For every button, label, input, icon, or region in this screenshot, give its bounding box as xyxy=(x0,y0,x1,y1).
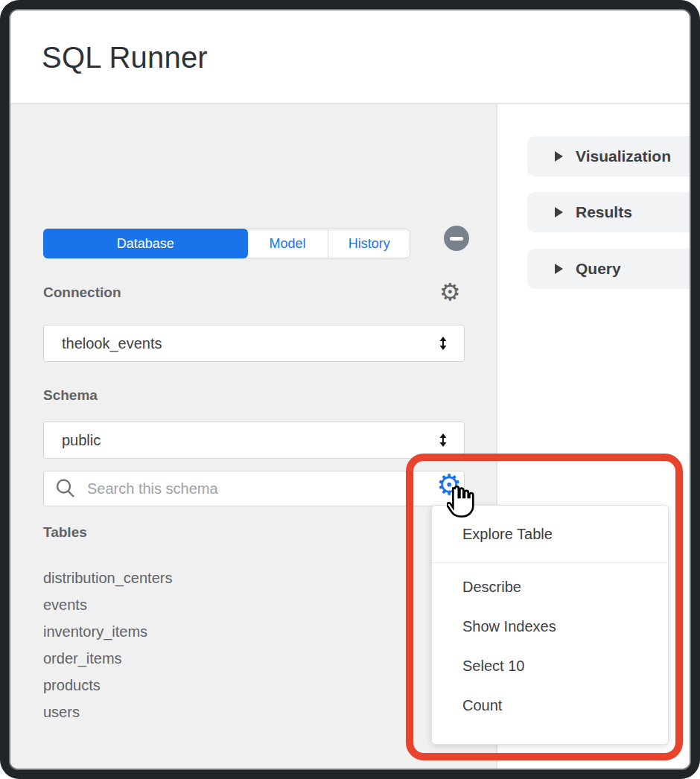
window-frame: SQL Runner Database Model History Connec… xyxy=(0,0,700,779)
minus-icon xyxy=(450,237,463,241)
tab-model[interactable]: Model xyxy=(247,229,328,258)
table-options-menu: Explore Table Describe Show Indexes Sele… xyxy=(431,505,669,745)
table-item-users[interactable]: users xyxy=(43,699,356,725)
table-list: distribution_centers events inventory_it… xyxy=(43,565,356,725)
schema-search xyxy=(43,471,465,506)
schema-select-value: public xyxy=(62,432,101,449)
menu-item-select-10[interactable]: Select 10 xyxy=(432,646,668,686)
table-item-events[interactable]: events xyxy=(43,591,356,618)
chevron-right-icon xyxy=(555,264,563,274)
menu-section: Describe Show Indexes Select 10 Count xyxy=(432,563,668,731)
connection-select[interactable]: thelook_events xyxy=(43,325,465,362)
menu-item-describe[interactable]: Describe xyxy=(432,567,668,607)
section-results[interactable]: Results xyxy=(527,192,691,232)
connection-settings-gear-icon[interactable]: ⚙ xyxy=(439,280,461,304)
table-options-gear-icon[interactable]: ⚙ xyxy=(436,471,462,499)
section-label: Visualization xyxy=(576,147,671,165)
table-item-distribution-centers[interactable]: distribution_centers xyxy=(43,565,356,591)
connection-select-value: thelook_events xyxy=(62,335,162,352)
search-icon xyxy=(54,477,77,500)
table-item-order-items[interactable]: order_items xyxy=(43,645,356,672)
schema-label: Schema xyxy=(43,387,98,404)
connection-label: Connection xyxy=(43,284,121,301)
app-header: SQL Runner xyxy=(10,10,690,104)
collapse-panel-button[interactable] xyxy=(444,226,469,251)
tables-label: Tables xyxy=(43,524,87,541)
app-window: SQL Runner Database Model History Connec… xyxy=(9,9,691,770)
section-label: Results xyxy=(576,203,632,221)
menu-item-explore-table[interactable]: Explore Table xyxy=(432,506,668,562)
sidebar-tab-group: Database Model History xyxy=(43,229,410,258)
sidebar: Database Model History Connection ⚙ thel… xyxy=(10,104,497,769)
tab-database[interactable]: Database xyxy=(43,229,248,258)
chevron-right-icon xyxy=(555,151,563,162)
updown-arrow-icon xyxy=(439,336,448,351)
chevron-right-icon xyxy=(555,207,563,217)
table-item-inventory-items[interactable]: inventory_items xyxy=(43,618,356,645)
page-title: SQL Runner xyxy=(42,41,208,74)
updown-arrow-icon xyxy=(439,433,448,448)
section-visualization[interactable]: Visualization xyxy=(527,136,691,177)
section-label: Query xyxy=(576,260,621,278)
schema-select[interactable]: public xyxy=(43,422,465,459)
table-item-products[interactable]: products xyxy=(43,672,356,699)
tab-history[interactable]: History xyxy=(328,229,410,258)
section-query[interactable]: Query xyxy=(527,249,691,289)
menu-item-count[interactable]: Count xyxy=(432,686,668,725)
menu-item-show-indexes[interactable]: Show Indexes xyxy=(432,607,668,646)
search-input[interactable] xyxy=(87,480,454,497)
